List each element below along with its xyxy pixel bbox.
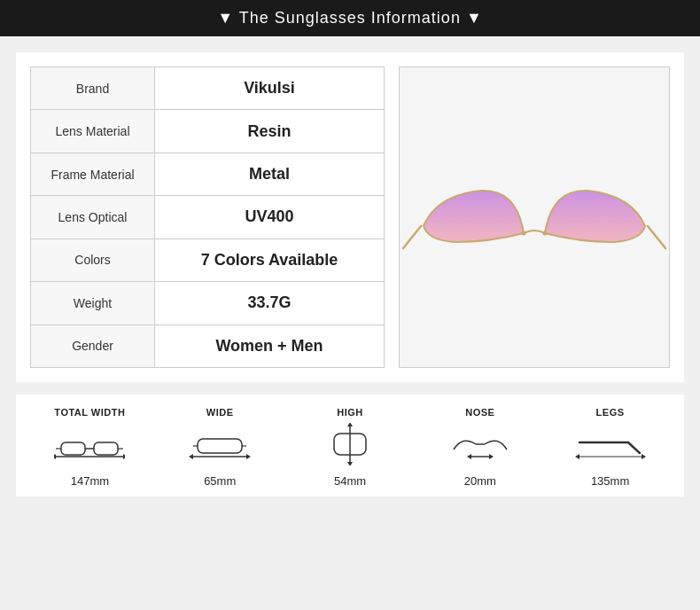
table-cell-label: Gender xyxy=(31,325,155,367)
dim-total-width-label: TOTAL WIDTH xyxy=(54,407,125,418)
svg-marker-14 xyxy=(246,454,251,459)
dim-high-icon xyxy=(315,423,385,469)
table-cell-value: 33.7G xyxy=(155,282,385,325)
dim-wide-icon xyxy=(184,423,255,469)
info-table: Brand Vikulsi Lens Material Resin Frame … xyxy=(30,66,385,368)
svg-line-1 xyxy=(648,226,665,248)
dim-wide: WIDE 65mm xyxy=(171,407,268,488)
svg-point-2 xyxy=(522,231,526,236)
svg-marker-25 xyxy=(489,454,494,459)
main-content: Brand Vikulsi Lens Material Resin Frame … xyxy=(16,52,684,382)
dimensions-section: TOTAL WIDTH 147mm WIDE xyxy=(16,395,684,497)
svg-rect-15 xyxy=(198,439,242,453)
dim-high-value: 54mm xyxy=(334,474,366,488)
svg-point-3 xyxy=(543,231,548,236)
svg-rect-8 xyxy=(94,442,118,455)
dim-nose-icon xyxy=(445,423,516,469)
table-cell-label: Brand xyxy=(31,67,155,110)
table-cell-value: Metal xyxy=(155,152,385,195)
dim-legs-label: LEGS xyxy=(596,407,625,418)
page-header: ▼ The Sunglasses Information ▼ xyxy=(0,0,700,36)
svg-marker-30 xyxy=(642,454,646,459)
dim-nose-label: NOSE xyxy=(465,407,494,418)
dim-legs: LEGS 135mm xyxy=(562,407,659,488)
svg-marker-13 xyxy=(189,454,193,459)
dim-wide-value: 65mm xyxy=(204,474,236,488)
table-row: Frame Material Metal xyxy=(31,152,385,195)
table-row: Gender Women + Men xyxy=(31,325,385,367)
dim-total-width: TOTAL WIDTH 147mm xyxy=(41,407,138,488)
table-row: Colors 7 Colors Available xyxy=(31,239,385,281)
table-row: Lens Material Resin xyxy=(31,110,385,152)
table-row: Lens Optical UV400 xyxy=(31,196,385,239)
table-cell-label: Lens Optical xyxy=(31,196,155,239)
svg-marker-29 xyxy=(575,454,579,459)
table-cell-value: UV400 xyxy=(155,196,385,239)
svg-marker-24 xyxy=(467,454,471,459)
dim-wide-label: WIDE xyxy=(206,407,234,418)
svg-marker-6 xyxy=(123,454,125,459)
dim-nose: NOSE 20mm xyxy=(432,407,529,488)
dim-legs-icon xyxy=(575,423,646,469)
table-cell-label: Frame Material xyxy=(31,152,155,195)
svg-marker-19 xyxy=(347,423,353,426)
table-cell-label: Lens Material xyxy=(31,110,155,152)
svg-line-27 xyxy=(628,442,640,453)
dim-high: HIGH 54mm xyxy=(301,407,399,488)
dim-nose-value: 20mm xyxy=(464,474,496,488)
svg-line-0 xyxy=(403,226,421,248)
svg-marker-20 xyxy=(347,462,353,465)
svg-marker-5 xyxy=(54,454,56,459)
dim-total-width-value: 147mm xyxy=(71,474,109,488)
dim-total-width-icon xyxy=(54,423,125,469)
table-cell-value: Vikulsi xyxy=(155,67,385,110)
product-image xyxy=(401,129,667,306)
svg-rect-7 xyxy=(61,442,85,455)
table-cell-label: Colors xyxy=(31,239,155,281)
table-row: Weight 33.7G xyxy=(31,282,385,325)
header-title: ▼ The Sunglasses Information ▼ xyxy=(217,9,482,27)
table-cell-value: Women + Men xyxy=(155,325,385,367)
table-cell-value: 7 Colors Available xyxy=(155,239,385,281)
table-row: Brand Vikulsi xyxy=(31,67,385,110)
dim-legs-value: 135mm xyxy=(591,474,629,488)
table-cell-label: Weight xyxy=(31,282,155,325)
table-cell-value: Resin xyxy=(155,110,385,152)
product-image-container xyxy=(399,66,670,368)
dim-high-label: HIGH xyxy=(337,407,363,418)
